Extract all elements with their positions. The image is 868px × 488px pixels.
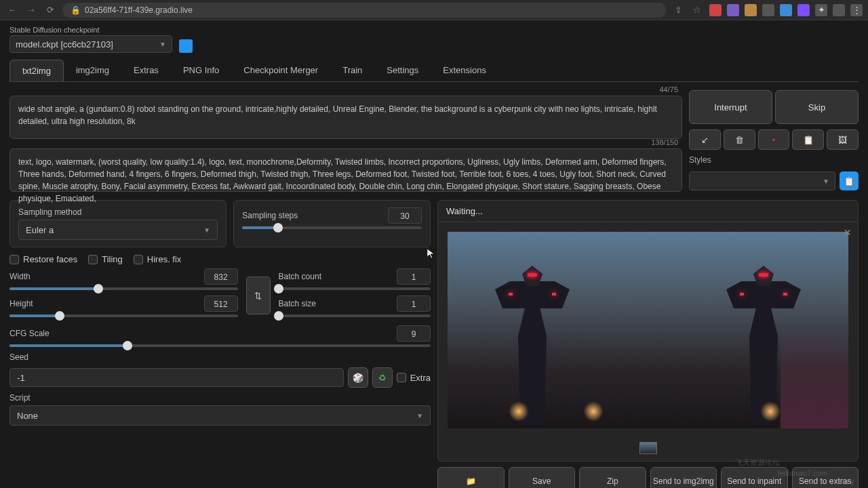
chevron-down-icon: ▼ <box>203 226 210 234</box>
ext-icon[interactable] <box>833 4 845 16</box>
script-select[interactable]: None ▼ <box>9 405 431 426</box>
interrupt-button[interactable]: Interrupt <box>689 90 772 124</box>
reuse-seed-button[interactable]: ♻ <box>372 367 393 388</box>
random-seed-button[interactable]: 🎲 <box>348 367 368 388</box>
close-icon[interactable]: ✕ <box>842 226 854 239</box>
sampling-steps-label: Sampling steps <box>242 211 298 220</box>
share-icon[interactable]: ⇪ <box>671 3 685 17</box>
tabs: txt2img img2img Extras PNG Info Checkpoi… <box>9 60 859 82</box>
width-slider[interactable] <box>9 287 238 290</box>
watermark: feitianwu7.com <box>778 469 827 477</box>
ext-icon[interactable] <box>797 4 810 16</box>
seed-label: Seed <box>9 352 431 362</box>
save-button[interactable]: Save <box>509 467 576 488</box>
back-button[interactable]: ← <box>5 3 19 17</box>
batch-count-value[interactable]: 1 <box>397 268 431 285</box>
ext-icon[interactable] <box>780 4 792 16</box>
tab-extras[interactable]: Extras <box>121 60 171 81</box>
sampling-method-label: Sampling method <box>18 207 218 217</box>
height-label: Height <box>9 299 33 308</box>
hires-fix-checkbox[interactable]: Hires. fix <box>134 254 182 264</box>
tab-extensions[interactable]: Extensions <box>431 60 498 81</box>
ext-icon[interactable] <box>762 4 774 16</box>
hires-fix-label: Hires. fix <box>147 254 182 264</box>
swap-dimensions-button[interactable]: ⇅ <box>246 277 271 314</box>
width-value[interactable]: 832 <box>204 268 238 285</box>
chevron-down-icon: ▼ <box>823 178 829 185</box>
checkpoint-label: Stable Diffusion checkpoint <box>9 26 172 34</box>
prompt-input[interactable]: wide shot angle, a (gundam:0.8) robot st… <box>9 96 682 139</box>
ext-icon[interactable] <box>727 4 739 16</box>
neg-prompt-text: text, logo, watermark, (worst quality, l… <box>18 157 667 203</box>
tab-txt2img[interactable]: txt2img <box>9 60 64 81</box>
chevron-down-icon: ▼ <box>416 412 423 420</box>
tiling-checkbox[interactable]: Tiling <box>88 254 123 264</box>
reload-button[interactable]: ⟳ <box>43 3 57 17</box>
styles-label: Styles <box>689 155 859 165</box>
batch-size-slider[interactable] <box>279 314 431 317</box>
tab-train[interactable]: Train <box>330 60 374 81</box>
script-value: None <box>17 411 38 421</box>
checkpoint-select[interactable]: model.ckpt [cc6cb27103] ▼ <box>9 35 172 53</box>
batch-count-slider[interactable] <box>279 287 431 290</box>
forward-button[interactable]: → <box>24 3 38 17</box>
neg-prompt-input[interactable]: text, logo, watermark, (worst quality, l… <box>9 148 682 192</box>
extension-icons: ✦ ⋮ <box>709 4 863 16</box>
skip-button[interactable]: Skip <box>775 90 859 124</box>
styles-select[interactable]: ▼ <box>689 171 835 190</box>
output-status: Waiting... <box>438 201 858 222</box>
seed-extra-label: Extra <box>410 373 431 383</box>
star-icon[interactable]: ☆ <box>690 3 704 17</box>
zip-button[interactable]: Zip <box>579 467 646 488</box>
watermark: udemy <box>832 477 854 485</box>
batch-size-value[interactable]: 1 <box>397 296 431 312</box>
tiling-label: Tiling <box>102 254 123 264</box>
styles-apply-button[interactable]: 📋 <box>840 171 859 190</box>
prompt-text: wide shot angle, a (gundam:0.8) robot st… <box>18 104 657 126</box>
tab-checkpoint-merger[interactable]: Checkpoint Merger <box>231 60 330 81</box>
batch-size-label: Batch size <box>279 299 316 308</box>
open-folder-button[interactable]: 📁 <box>437 467 505 488</box>
url-text: 02a56ff4-71ff-439e.gradio.live <box>85 5 193 15</box>
tab-pnginfo[interactable]: PNG Info <box>171 60 231 81</box>
neg-prompt-counter: 138/150 <box>651 138 678 146</box>
arrow-icon-button[interactable]: ↙ <box>689 129 721 150</box>
restore-faces-checkbox[interactable]: Restore faces <box>9 254 77 264</box>
thumbnail[interactable] <box>639 442 657 454</box>
dot-icon-button[interactable]: • <box>758 129 790 150</box>
extensions-icon[interactable]: ✦ <box>815 4 827 16</box>
image-icon-button[interactable]: 🖼 <box>827 129 859 150</box>
sampling-method-select[interactable]: Euler a ▼ <box>18 220 218 240</box>
prompt-counter: 44/75 <box>659 85 678 94</box>
watermark: 飞天资源论坛 <box>735 458 780 468</box>
output-image[interactable] <box>448 232 848 428</box>
cfg-label: CFG Scale <box>9 329 50 338</box>
height-slider[interactable] <box>9 314 238 317</box>
script-label: Script <box>9 393 431 403</box>
chevron-down-icon: ▼ <box>159 41 166 48</box>
cfg-value[interactable]: 9 <box>397 325 431 342</box>
seed-input[interactable] <box>9 368 344 387</box>
refresh-checkpoint-button[interactable] <box>179 39 193 53</box>
sampling-steps-slider[interactable] <box>242 226 422 229</box>
tab-img2img[interactable]: img2img <box>64 60 121 81</box>
restore-faces-label: Restore faces <box>23 254 77 264</box>
batch-count-label: Batch count <box>279 272 321 281</box>
sampling-steps-value[interactable]: 30 <box>388 207 422 224</box>
clipboard-icon-button[interactable]: 📋 <box>792 129 824 150</box>
sampling-method-value: Euler a <box>26 225 54 235</box>
tab-settings[interactable]: Settings <box>374 60 431 81</box>
checkpoint-value: model.ckpt [cc6cb27103] <box>16 39 113 49</box>
seed-extra-checkbox[interactable]: Extra <box>397 373 431 383</box>
width-label: Width <box>9 272 31 281</box>
url-bar[interactable]: 🔒 02a56ff4-71ff-439e.gradio.live <box>62 3 666 18</box>
send-img2img-button[interactable]: Send to img2img <box>650 467 717 488</box>
ext-icon[interactable] <box>709 4 722 16</box>
trash-icon-button[interactable]: 🗑 <box>724 129 755 150</box>
browser-toolbar: ← → ⟳ 🔒 02a56ff4-71ff-439e.gradio.live ⇪… <box>0 0 868 20</box>
ext-icon[interactable] <box>745 4 757 16</box>
cfg-slider[interactable] <box>9 344 431 347</box>
height-value[interactable]: 512 <box>204 296 238 312</box>
menu-icon[interactable]: ⋮ <box>850 4 863 16</box>
